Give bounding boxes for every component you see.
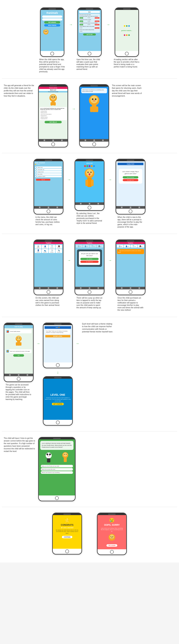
trophy-shoes[interactable]: 👟 40 coins — [42, 249, 48, 253]
lion-howto — [5, 334, 32, 349]
user-info-block: Sally Seashell 🪙 0 coins — [34, 161, 63, 166]
shoes-icon: 👟 — [42, 250, 48, 252]
phone-home-button-menu[interactable] — [47, 210, 50, 213]
phone-home-button-game[interactable] — [55, 496, 59, 500]
quiz-row-5: I have some trouble making friends — [80, 29, 99, 30]
continue-button[interactable]: CONTINUE — [62, 536, 73, 538]
quiz-btns-2[interactable]: agree maybe disagree — [80, 20, 99, 22]
phone-home-button-dress[interactable] — [88, 206, 91, 210]
quiz-btns-4[interactable]: maybe disagree — [80, 27, 99, 29]
menu-buy-coins[interactable]: buy coins — [35, 173, 62, 175]
phone-game-container: Leo is starting to become lonely and kep… — [38, 437, 75, 501]
returning-button[interactable]: RETURNING — [44, 21, 60, 24]
trophy-notif-1[interactable]: 👔50c — [117, 245, 123, 248]
phone-trophies-notif: Trophies 👔50c 👗75c 👕50c 🎩25c 🎉 New item … — [116, 240, 146, 295]
screen-quiz: Quiz let's get to know each other It is … — [78, 10, 101, 51]
phone-home-button-oops[interactable] — [110, 550, 114, 554]
svg-rect-12 — [54, 102, 56, 106]
disagree-btn-2[interactable]: disagree — [95, 20, 99, 22]
popup-yes-button[interactable]: yes, please — [80, 258, 99, 260]
oops-sad-icon: 😢 — [100, 518, 124, 523]
trophy-gloves[interactable]: 🧤 30 coins — [56, 249, 62, 253]
phone-home-button-3[interactable] — [125, 52, 129, 56]
phone-home-button-popup[interactable] — [88, 290, 91, 294]
popup-no-button[interactable]: no, thank you — [80, 261, 99, 263]
trophy-tshirt[interactable]: 👕 50 coins — [49, 245, 55, 249]
chat-bubble-hello: Hello! Never be afraid to try something … — [81, 88, 107, 93]
quiz-btns-5[interactable]: maybe — [80, 31, 99, 32]
menu-dress-leo[interactable]: dress Leo — [35, 166, 62, 168]
try-again-button[interactable]: TRY AGAIN — [106, 544, 117, 547]
annotation-left-6: The child will have 2 tries to get the a… — [4, 437, 35, 453]
divider-3 — [2, 234, 177, 234]
trophy-notif-3[interactable]: 👕50c — [131, 245, 137, 248]
svg-rect-29 — [91, 180, 94, 186]
svg-point-4 — [45, 32, 47, 32]
phone-chat: Hello! Never be afraid to try something … — [79, 84, 109, 148]
go-button[interactable]: GO — [13, 354, 24, 357]
trophies-title: Trophies — [34, 242, 63, 244]
phone-home-button-2[interactable] — [88, 52, 91, 56]
new-friend-button[interactable]: NEW FRIEND — [44, 24, 60, 26]
lets-go-button[interactable]: LET'S GO — [83, 34, 96, 36]
say-hello-button[interactable]: SAY HELLO — [45, 121, 62, 123]
dress-dot-red[interactable] — [84, 165, 86, 167]
congrats-trophy-icon: 🌟 — [55, 518, 79, 523]
trophy-pants[interactable]: 👖 60 coins — [35, 249, 41, 253]
nav-icon-popup-1 — [80, 287, 81, 289]
socks-icon: 🧦 — [49, 250, 55, 252]
disagree-btn-1[interactable]: disagree — [95, 17, 99, 19]
trophy-hat[interactable]: 🎩 25 coins — [56, 245, 62, 249]
screen-loading: perfect match... — [115, 10, 138, 51]
agree-btn-2[interactable]: agree — [80, 20, 83, 22]
dress-dot-green[interactable] — [86, 165, 88, 167]
disagree-btn-3[interactable]: disagree — [95, 24, 99, 26]
profile-subtitle: Your personal Franimals! — [39, 91, 67, 92]
dress-dot-orange[interactable] — [91, 165, 93, 167]
trophies-grid: 👔 50 coins 👗 75 coins 👕 50 coins — [34, 244, 63, 254]
agree-btn-1[interactable]: agree — [80, 17, 83, 19]
yes-button[interactable]: Yes, of course! — [123, 176, 139, 178]
phone-home-button-chat[interactable] — [92, 142, 96, 146]
menu-progress-report[interactable]: progress report — [35, 176, 62, 177]
phone-home-button-howto[interactable] — [17, 377, 20, 381]
nav-icon-trophies-notif-2 — [130, 287, 131, 289]
answer-option-2[interactable]: Wave from across the room — [41, 468, 73, 470]
phone-home-button-profile[interactable] — [51, 142, 55, 146]
quiz-btns-3[interactable]: agree maybe disagree — [80, 24, 99, 26]
disagree-btn-4[interactable]: disagree — [95, 27, 99, 29]
trophy-notif-4[interactable]: 🎩25c — [138, 245, 144, 248]
trophy-notif-2[interactable]: 👗75c — [124, 245, 130, 248]
answer-option-1[interactable]: Walk up to the Panda and say hello — [41, 465, 73, 468]
bottom-nav-popup — [75, 287, 104, 290]
trophy-shirt[interactable]: 👔 50 coins — [35, 245, 41, 249]
dress-dot-purple[interactable] — [89, 165, 90, 167]
phone-home-button-trophies[interactable] — [47, 290, 50, 294]
trophy-dress[interactable]: 👗 75 coins — [42, 245, 48, 249]
phone-home-button-1[interactable] — [50, 52, 54, 56]
answer-option-3[interactable]: Wait for the Panda to say something — [41, 471, 73, 474]
phone-home-button-congrats[interactable] — [65, 550, 69, 553]
trophy-socks[interactable]: 🧦 20 coins — [49, 249, 55, 253]
oops-title: OOPS, SORRY — [100, 524, 124, 526]
quiz-btns-1[interactable]: agree maybe disagree — [80, 17, 99, 19]
agree-btn-3[interactable]: agree — [80, 24, 83, 26]
not-now-button[interactable]: Not right now. — [123, 179, 139, 181]
bottom-nav-trophies-notif — [116, 287, 145, 290]
phone-home-button-level[interactable] — [56, 420, 60, 424]
screen-trophies: Trophies 👔 50 coins 👗 75 coins — [34, 242, 63, 287]
menu-chat-leo[interactable]: chat with Leo — [35, 169, 62, 170]
dress-dot-blue[interactable] — [93, 165, 95, 167]
section-6-layout: The child will have 2 tries to get the a… — [4, 437, 175, 501]
caption-phone-3: A loading section will be after the quiz… — [114, 58, 140, 68]
howto-steps: 🍎 Connect healthy features — [4, 328, 33, 358]
phone-loading: perfect match... — [115, 8, 139, 57]
svg-rect-28 — [85, 180, 88, 186]
lion-dressed — [76, 168, 103, 190]
phone-home-button-message[interactable] — [56, 363, 60, 367]
get-started-button[interactable]: GET STARTED — [52, 403, 64, 405]
phone-home-button-trophies-notif[interactable] — [129, 290, 132, 294]
menu-empty-room[interactable]: empty room — [35, 171, 62, 173]
phone-home-button-closet[interactable] — [129, 210, 132, 213]
logout-button[interactable]: log out — [36, 179, 50, 181]
